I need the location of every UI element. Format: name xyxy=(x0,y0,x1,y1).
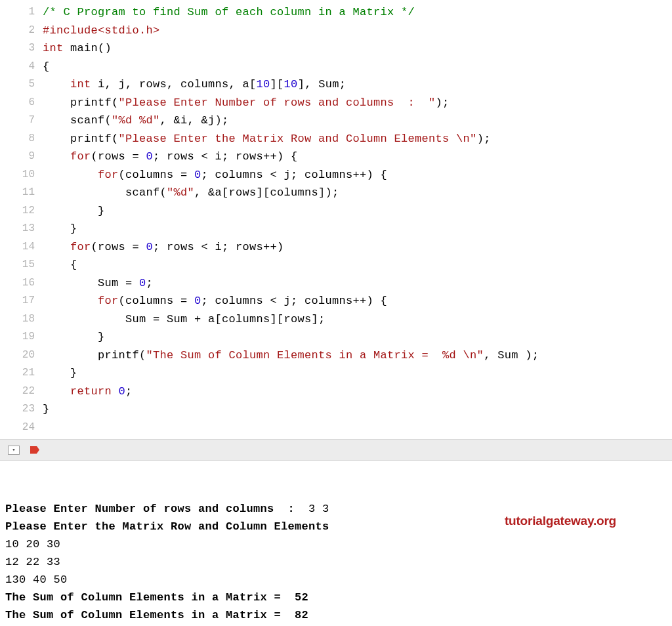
code-line: for(columns = 0; columns < j; columns++)… xyxy=(43,292,672,310)
code-line: } xyxy=(43,400,672,419)
code-editor: 123456789101112131415161718192021222324 … xyxy=(0,0,672,439)
line-number: 20 xyxy=(0,346,35,365)
code-line: for(columns = 0; columns < j; columns++)… xyxy=(43,166,672,184)
code-line: /* C Program to find Sum of each column … xyxy=(43,3,672,22)
console-line: The Sum of Column Elements in a Matrix =… xyxy=(5,589,667,606)
code-line: #include<stdio.h> xyxy=(43,22,672,40)
code-line: scanf("%d", &a[rows][columns]); xyxy=(43,184,672,202)
line-number: 12 xyxy=(0,202,35,220)
line-number: 16 xyxy=(0,274,35,293)
code-line: for(rows = 0; rows < i; rows++) xyxy=(43,238,672,257)
line-number: 2 xyxy=(0,22,35,40)
console-line: 12 22 33 xyxy=(5,553,667,571)
line-number: 8 xyxy=(0,130,35,148)
console-dropdown-icon[interactable]: ▾ xyxy=(8,446,20,455)
line-number: 13 xyxy=(0,220,35,238)
console-line: The Sum of Column Elements in a Matrix =… xyxy=(5,606,667,624)
line-number: 6 xyxy=(0,94,35,112)
code-line: } xyxy=(43,328,672,346)
code-line: Sum = Sum + a[columns][rows]; xyxy=(43,310,672,329)
code-line: return 0; xyxy=(43,383,672,401)
line-number: 11 xyxy=(0,184,35,202)
code-line: } xyxy=(43,220,672,238)
line-number: 23 xyxy=(0,400,35,419)
code-line: int main() xyxy=(43,39,672,58)
code-line: printf("Please Enter Number of rows and … xyxy=(43,94,672,112)
line-number: 21 xyxy=(0,364,35,383)
code-line: printf("Please Enter the Matrix Row and … xyxy=(43,130,672,148)
code-line: scanf("%d %d", &i, &j); xyxy=(43,112,672,130)
line-number: 3 xyxy=(0,39,35,58)
code-line: Sum = 0; xyxy=(43,274,672,293)
line-number: 24 xyxy=(0,419,35,437)
console-output[interactable]: tutorialgateway.org Please Enter Number … xyxy=(0,461,672,626)
code-line: { xyxy=(43,58,672,76)
line-number: 10 xyxy=(0,166,35,184)
line-number: 7 xyxy=(0,112,35,130)
line-number-gutter: 123456789101112131415161718192021222324 xyxy=(0,0,43,439)
watermark-text: tutorialgateway.org xyxy=(505,512,616,530)
line-number: 9 xyxy=(0,148,35,166)
code-line: { xyxy=(43,256,672,274)
code-line: } xyxy=(43,364,672,383)
console-line: 130 40 50 xyxy=(5,571,667,589)
code-line: for(rows = 0; rows < i; rows++) { xyxy=(43,148,672,166)
console-line: 10 20 30 xyxy=(5,535,667,553)
code-content[interactable]: /* C Program to find Sum of each column … xyxy=(43,0,672,439)
code-line: int i, j, rows, columns, a[10][10], Sum; xyxy=(43,75,672,94)
console-toolbar: ▾ xyxy=(0,439,672,461)
code-line: printf("The Sum of Column Elements in a … xyxy=(43,346,672,365)
code-line: } xyxy=(43,202,672,220)
line-number: 1 xyxy=(0,3,35,22)
line-number: 19 xyxy=(0,328,35,346)
line-number: 18 xyxy=(0,310,35,329)
line-number: 15 xyxy=(0,256,35,274)
line-number: 5 xyxy=(0,75,35,94)
line-number: 14 xyxy=(0,238,35,257)
line-number: 22 xyxy=(0,383,35,401)
line-number: 17 xyxy=(0,292,35,310)
line-number: 4 xyxy=(0,58,35,76)
